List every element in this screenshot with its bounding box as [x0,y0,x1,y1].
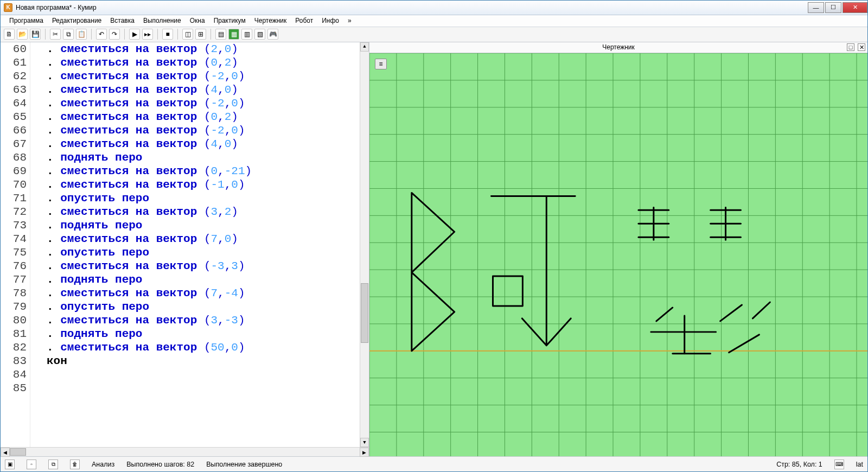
code-line[interactable]: . сместиться на вектор (4,0) [47,83,360,97]
code-line[interactable]: кон [47,354,360,368]
code-line[interactable]: . сместиться на вектор (-2,0) [47,97,360,110]
scroll-track-h[interactable] [10,448,360,456]
code-line[interactable]: . сместиться на вектор (7,-4) [47,286,360,300]
code-line[interactable]: . опустить перо [47,300,360,314]
code-line[interactable]: . сместиться на вектор (4,0) [47,137,360,151]
menu-program[interactable]: Программа [5,16,48,25]
separator-icon [45,29,46,40]
status-done: Выполнение завершено [206,461,282,468]
main-area: 6061626364656667686970717273747576777879… [1,42,867,456]
status-icon-1[interactable]: ▣ [5,460,15,469]
code-line[interactable]: . сместиться на вектор (7,0) [47,232,360,246]
code-line[interactable]: . сместиться на вектор (0,2) [47,56,360,69]
editor-pane: 6061626364656667686970717273747576777879… [1,42,369,456]
grid3-button[interactable]: ▥ [241,29,252,40]
step-button[interactable]: ▸▸ [142,29,153,40]
scroll-right-button[interactable]: ▶ [360,448,369,457]
code-line[interactable]: . поднять перо [47,273,360,286]
line-number: 71 [1,192,27,205]
scroll-left-button[interactable]: ◀ [1,448,10,457]
app-window: K Новая программа* - Кумир — ☐ ✕ Програм… [0,0,868,472]
scroll-track[interactable] [360,52,369,438]
close-button[interactable]: ✕ [843,2,867,13]
line-number: 69 [1,164,27,178]
menu-robot[interactable]: Робот [291,16,317,25]
code-line[interactable] [47,381,360,395]
status-position: Стр: 85, Кол: 1 [776,461,822,468]
menu-insert[interactable]: Вставка [106,16,139,25]
cut-button[interactable]: ✂ [50,29,61,40]
code-line[interactable]: . опустить перо [47,192,360,205]
grid1-button[interactable]: ▤ [215,29,226,40]
menu-drawer[interactable]: Чертежник [250,16,291,25]
redo-button[interactable]: ↷ [109,29,120,40]
drawing-canvas[interactable]: ≡ [369,53,867,456]
menu-practikum[interactable]: Практикум [209,16,250,25]
separator-icon [157,29,158,40]
code-line[interactable]: . опустить перо [47,246,360,259]
svg-line-48 [752,302,770,318]
minimize-button[interactable]: — [808,2,824,13]
copy-button[interactable]: ⧉ [63,29,74,40]
undo-button[interactable]: ↶ [96,29,107,40]
svg-line-49 [729,335,760,353]
new-file-button[interactable]: 🗎 [4,29,15,40]
code-line[interactable]: . сместиться на вектор (-1,0) [47,178,360,192]
maximize-button[interactable]: ☐ [825,2,841,13]
scroll-thumb-h[interactable] [10,448,26,456]
panel-close-button[interactable]: ✕ [858,43,865,51]
run-button[interactable]: ▶ [129,29,140,40]
scroll-down-button[interactable]: ▼ [360,438,369,447]
line-number: 62 [1,69,27,83]
grid-active-button[interactable]: ▦ [228,29,239,40]
line-number: 73 [1,219,27,232]
open-file-button[interactable]: 📂 [17,29,28,40]
code-line[interactable]: . сместиться на вектор (0,2) [47,110,360,124]
code-line[interactable]: . сместиться на вектор (50,0) [47,341,360,354]
line-number: 83 [1,354,27,368]
stop-button[interactable]: ■ [162,29,173,40]
scroll-thumb[interactable] [361,283,368,343]
paste-button[interactable]: 📋 [76,29,87,40]
code-line[interactable]: . поднять перо [47,151,360,164]
canvas-menu-button[interactable]: ≡ [375,59,387,69]
code-line[interactable]: . сместиться на вектор (0,-21) [47,164,360,178]
code-line[interactable]: . сместиться на вектор (3,-3) [47,314,360,327]
code-line[interactable]: . сместиться на вектор (2,0) [47,42,360,56]
vertical-scrollbar[interactable]: ▲ ▼ [360,42,369,447]
drawer-panel: Чертежник □ ✕ ≡ [369,42,867,456]
menu-info[interactable]: Инфо [317,16,343,25]
layout1-button[interactable]: ◫ [182,29,193,40]
line-number: 66 [1,124,27,137]
line-number: 65 [1,110,27,124]
svg-rect-34 [493,276,523,306]
code-line[interactable]: . сместиться на вектор (-2,0) [47,69,360,83]
status-icon-4[interactable]: 🗑 [70,460,80,469]
window-title: Новая программа* - Кумир [16,4,97,11]
code-line[interactable]: . сместиться на вектор (-3,3) [47,259,360,273]
keyboard-icon[interactable]: ⌨ [834,460,844,469]
line-number: 77 [1,273,27,286]
code-line[interactable]: . сместиться на вектор (3,2) [47,205,360,219]
save-file-button[interactable]: 💾 [30,29,41,40]
scroll-up-button[interactable]: ▲ [360,42,369,52]
code-line[interactable]: . сместиться на вектор (-2,0) [47,124,360,137]
status-icon-2[interactable]: ▫ [27,460,36,469]
menu-more[interactable]: » [343,16,356,25]
game-button[interactable]: 🎮 [267,29,278,40]
line-number: 70 [1,178,27,192]
menu-edit[interactable]: Редактирование [48,16,106,25]
panel-maximize-button[interactable]: □ [847,43,854,51]
code-area[interactable]: . сместиться на вектор (2,0). сместиться… [46,42,360,447]
grid4-button[interactable]: ▧ [254,29,265,40]
menu-windows[interactable]: Окна [186,16,209,25]
status-icon-3[interactable]: ⧉ [48,460,58,469]
code-line[interactable]: . поднять перо [47,219,360,232]
status-steps: Выполнено шагов: 82 [126,461,194,468]
menu-run[interactable]: Выполнение [139,16,186,25]
horizontal-scrollbar[interactable]: ◀ ▶ [1,447,369,456]
layout2-button[interactable]: ⊞ [195,29,206,40]
code-line[interactable]: . поднять перо [47,327,360,341]
code-line[interactable] [47,368,360,381]
separator-icon [177,29,178,40]
